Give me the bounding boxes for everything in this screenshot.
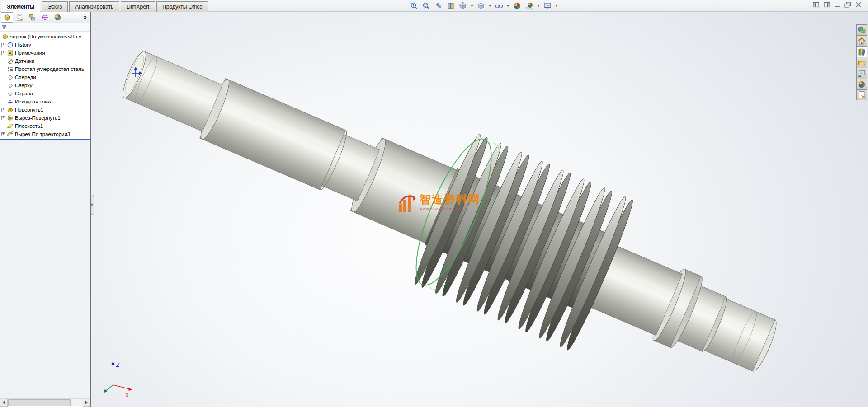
file-explorer-button[interactable] (856, 57, 867, 68)
plane-icon (7, 82, 14, 89)
tab-dimxpert[interactable]: DimXpert (121, 1, 155, 12)
filter-funnel-icon (1, 24, 8, 31)
tree-item-label: Вырез-По траектории3 (15, 131, 70, 137)
minimize-icon[interactable] (835, 2, 840, 8)
resources-home-button[interactable] (856, 35, 867, 46)
section-view-icon[interactable] (446, 1, 456, 10)
tab-sketch[interactable]: Эскиз (42, 1, 68, 12)
tree-item-history[interactable]: + History (0, 41, 90, 49)
tree-item-label: Датчики (15, 58, 34, 64)
pane-right-icon[interactable] (824, 2, 830, 8)
featuremanager-tab-icon[interactable] (1, 12, 13, 23)
custom-properties-button[interactable] (856, 89, 867, 100)
appearances-button[interactable] (856, 79, 867, 89)
tab-evaluate[interactable]: Анализировать (69, 1, 119, 12)
tree-item-label: Плоскость1 (15, 123, 43, 129)
watermark: 智造资料网 www.zhizaoziliao.com (397, 193, 481, 214)
scroll-right-button[interactable] (83, 399, 90, 407)
tree-item-label: Справа (15, 91, 33, 96)
tree-filter-row[interactable] (0, 23, 90, 32)
tree-item-plane1[interactable]: Плоскость1 (0, 122, 90, 130)
forum-button[interactable] (856, 24, 867, 35)
tree-item-label: Сверху (15, 83, 32, 88)
expand-icon[interactable]: + (1, 43, 5, 47)
configurationmanager-tab-icon[interactable] (26, 12, 38, 23)
tree-item-part-root[interactable]: червяк (По умолчанию<<По у (0, 33, 90, 41)
view-palette-button[interactable] (856, 68, 867, 79)
origin-icon (7, 98, 14, 105)
tree-item-label: Спереди (15, 75, 36, 80)
tree-item-origin[interactable]: Исходная точка (0, 98, 90, 106)
view-orientation-caret-icon[interactable] (471, 5, 473, 7)
apply-scene-icon[interactable] (524, 1, 534, 10)
watermark-title: 智造资料网 (420, 193, 481, 205)
zoom-to-fit-icon[interactable] (409, 1, 419, 10)
zoom-to-area-icon[interactable] (421, 1, 431, 10)
feature-tree: червяк (По умолчанию<<По у + History + П… (0, 33, 90, 138)
view-settings-icon[interactable] (542, 1, 552, 10)
revolve-cut-icon (7, 115, 14, 122)
graphics-viewport[interactable]: Z x 智造资料网 www.zhizaoziliao.com (91, 12, 868, 407)
tab-office-products[interactable]: Продукты Office (156, 1, 208, 12)
sensors-icon (7, 58, 14, 65)
tree-empty-area (0, 140, 90, 398)
tree-item-right-plane[interactable]: Справа (0, 89, 90, 98)
dimxpertmanager-tab-icon[interactable] (39, 12, 51, 23)
scroll-right-arrow-icon (85, 401, 88, 404)
sweep-cut-icon (7, 131, 14, 138)
commandmanager-tabs: Элементы Эскиз Анализировать DimXpert Пр… (1, 1, 210, 12)
previous-view-icon[interactable] (434, 1, 443, 10)
scroll-left-button[interactable] (0, 399, 8, 407)
tree-item-label: Исходная точка (15, 99, 53, 104)
close-icon[interactable] (855, 2, 862, 8)
tree-item-label: Вырез-Повернуть1 (15, 115, 61, 121)
scrollbar-thumb[interactable] (8, 399, 71, 406)
propertymanager-tab-icon[interactable] (14, 12, 26, 23)
edit-appearance-icon[interactable] (512, 1, 522, 10)
part-icon (2, 33, 9, 40)
hide-show-caret-icon[interactable] (507, 5, 509, 7)
view-orientation-icon[interactable] (458, 1, 468, 10)
watermark-url: www.zhizaoziliao.com (420, 206, 481, 211)
expand-icon[interactable]: + (1, 116, 5, 120)
heads-up-view-toolbar (409, 1, 558, 10)
tree-item-annotations[interactable]: + Примечания (0, 49, 90, 57)
plane-icon (7, 90, 14, 97)
history-clock-icon (7, 42, 14, 48)
scroll-left-arrow-icon (3, 401, 5, 404)
tree-item-revolve-cut1[interactable]: + Вырез-Повернуть1 (0, 114, 90, 122)
expand-icon[interactable]: + (1, 132, 5, 136)
design-library-button[interactable] (856, 46, 867, 57)
panel-horizontal-scrollbar[interactable] (0, 398, 90, 406)
design-library-icon (857, 47, 866, 56)
tree-item-top-plane[interactable]: Сверху (0, 81, 90, 89)
tabstrip-overflow-button[interactable]: » (84, 14, 87, 20)
home-icon (857, 37, 866, 46)
tree-item-label: Простая углеродистая сталь (15, 66, 84, 72)
tree-item-revolve1[interactable]: + Повернуть1 (0, 106, 90, 114)
tab-features[interactable]: Элементы (1, 1, 40, 12)
tree-item-sweep-cut3[interactable]: + Вырез-По траектории3 (0, 130, 90, 138)
tree-item-label: Повернуть1 (15, 107, 43, 112)
hide-show-items-icon[interactable] (494, 1, 504, 10)
tree-item-sensors[interactable]: Датчики (0, 57, 90, 65)
apply-scene-caret-icon[interactable] (537, 5, 540, 7)
expand-icon[interactable]: + (1, 51, 5, 55)
pane-left-icon[interactable] (813, 2, 820, 8)
task-pane-strip (856, 24, 867, 100)
command-bar: Элементы Эскиз Анализировать DimXpert Пр… (0, 0, 868, 12)
tree-item-label: Примечания (15, 50, 45, 56)
display-style-icon[interactable] (476, 1, 486, 10)
display-style-caret-icon[interactable] (489, 5, 491, 7)
plane-icon (7, 74, 14, 81)
ref-plane-icon (7, 123, 14, 130)
displaymanager-tab-icon[interactable] (52, 12, 64, 23)
restore-icon[interactable] (844, 2, 851, 8)
tree-item-material[interactable]: Простая углеродистая сталь (0, 65, 90, 73)
view-settings-caret-icon[interactable] (555, 5, 558, 7)
tree-item-front-plane[interactable]: Спереди (0, 73, 90, 81)
folder-icon (857, 58, 866, 67)
material-icon (7, 66, 14, 73)
revolve-icon (7, 107, 14, 113)
expand-icon[interactable]: + (1, 108, 5, 112)
